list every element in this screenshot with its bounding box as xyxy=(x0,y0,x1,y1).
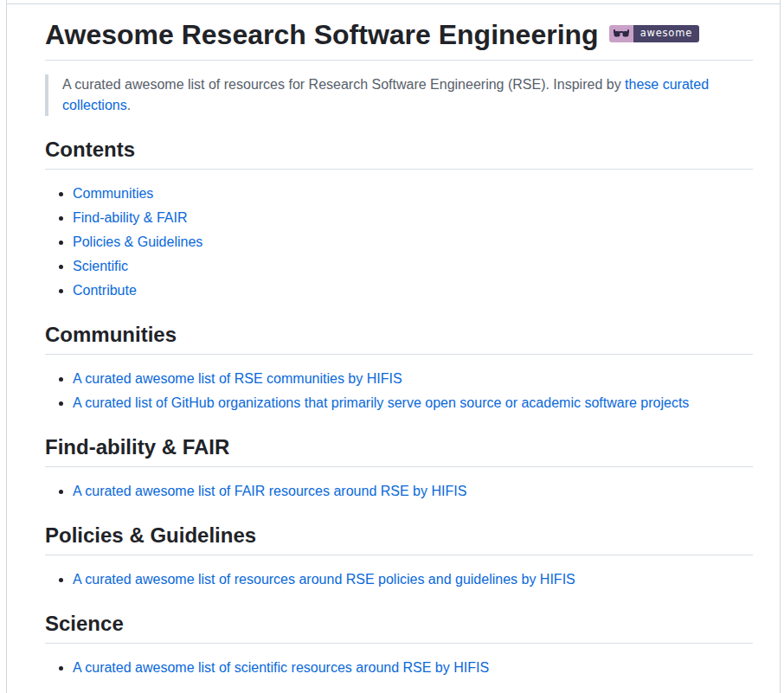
communities-list: A curated awesome list of RSE communitie… xyxy=(45,369,753,414)
page-title-text: Awesome Research Software Engineering xyxy=(45,19,599,50)
section-communities: Communities A curated awesome list of RS… xyxy=(45,322,753,414)
section-contents: Contents Communities Find-ability & FAIR… xyxy=(45,137,753,301)
section-heading-contents: Contents xyxy=(45,137,753,170)
intro-text: A curated awesome list of resources for … xyxy=(62,77,625,92)
list-item: Contribute xyxy=(73,280,753,301)
resource-link-github-organizations[interactable]: A curated list of GitHub organizations t… xyxy=(73,395,689,410)
section-policies-guidelines: Policies & Guidelines A curated awesome … xyxy=(45,523,753,590)
toc-link-policies-guidelines[interactable]: Policies & Guidelines xyxy=(73,234,202,249)
section-science: Science A curated awesome list of scient… xyxy=(45,611,753,678)
page-title: Awesome Research Software Engineeringawe… xyxy=(45,17,753,61)
awesome-badge[interactable]: awesome xyxy=(609,25,699,42)
section-heading-communities: Communities xyxy=(45,322,753,355)
list-item: A curated list of GitHub organizations t… xyxy=(73,393,753,414)
toc-link-scientific[interactable]: Scientific xyxy=(73,259,128,273)
list-item: A curated awesome list of resources arou… xyxy=(73,569,753,590)
resource-link-policies-guidelines[interactable]: A curated awesome list of resources arou… xyxy=(73,572,575,587)
resource-link-fair-resources[interactable]: A curated awesome list of FAIR resources… xyxy=(73,484,466,498)
findability-list: A curated awesome list of FAIR resources… xyxy=(45,481,753,502)
resource-link-rse-communities[interactable]: A curated awesome list of RSE communitie… xyxy=(73,371,402,386)
markdown-body: Awesome Research Software Engineeringawe… xyxy=(7,0,780,693)
awesome-badge-label: awesome xyxy=(633,25,699,42)
section-findability-fair: Find-ability & FAIR A curated awesome li… xyxy=(45,434,753,502)
resource-link-scientific-resources[interactable]: A curated awesome list of scientific res… xyxy=(73,660,489,675)
contents-list: Communities Find-ability & FAIR Policies… xyxy=(45,183,753,301)
science-list: A curated awesome list of scientific res… xyxy=(45,658,753,678)
section-heading-policies-guidelines: Policies & Guidelines xyxy=(45,523,753,555)
policies-list: A curated awesome list of resources arou… xyxy=(45,569,753,590)
section-heading-science: Science xyxy=(45,611,753,644)
list-item: A curated awesome list of FAIR resources… xyxy=(73,481,753,502)
sunglasses-icon xyxy=(614,29,629,39)
awesome-badge-icon-panel xyxy=(609,25,633,42)
list-item: Scientific xyxy=(73,256,753,277)
intro-quote: A curated awesome list of resources for … xyxy=(45,74,753,116)
list-item: A curated awesome list of scientific res… xyxy=(73,658,753,678)
toc-link-contribute[interactable]: Contribute xyxy=(73,283,137,298)
list-item: A curated awesome list of RSE communitie… xyxy=(73,369,753,389)
list-item: Find-ability & FAIR xyxy=(73,208,753,228)
readme-container: Awesome Research Software Engineeringawe… xyxy=(6,0,781,693)
section-heading-findability-fair: Find-ability & FAIR xyxy=(45,434,753,467)
list-item: Communities xyxy=(73,183,753,204)
intro-suffix: . xyxy=(127,98,131,112)
toc-link-communities[interactable]: Communities xyxy=(73,186,153,201)
toc-link-findability-fair[interactable]: Find-ability & FAIR xyxy=(73,210,187,225)
list-item: Policies & Guidelines xyxy=(73,232,753,253)
